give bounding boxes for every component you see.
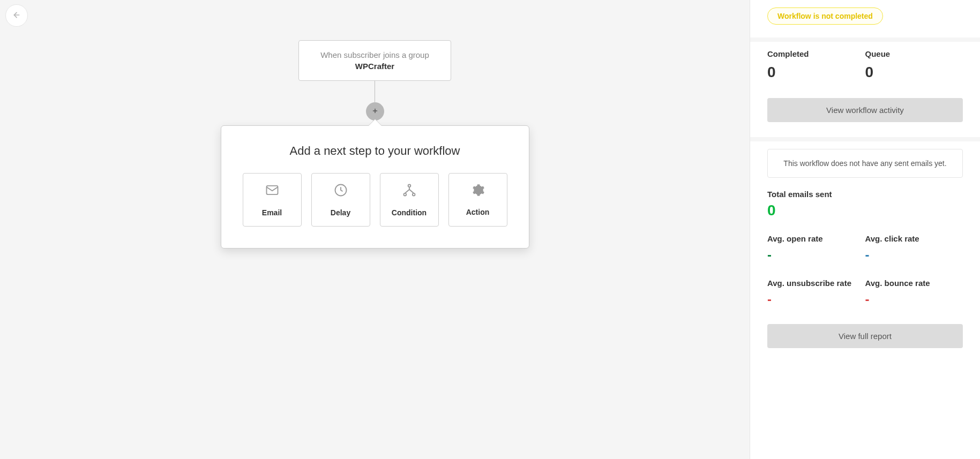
sidebar-emails-section: This workflow does not have any sent ema… [750,141,980,363]
total-sent-value: 0 [767,202,963,219]
stat-completed-label: Completed [767,49,865,58]
sidebar-status-section: Workflow is not completed [750,0,980,42]
trigger-title: When subscriber joins a group [320,50,429,59]
email-icon [265,183,280,200]
sidebar-stats-section: Completed 0 Queue 0 View workflow activi… [750,42,980,141]
step-option-label: Action [466,208,490,216]
rate-unsub-label: Avg. unsubscribe rate [767,279,865,288]
rate-click-label: Avg. click rate [865,234,963,243]
stat-queue-label: Queue [865,49,963,58]
svg-point-7 [412,193,415,196]
rate-bounce-value: - [865,292,963,307]
no-emails-info: This workflow does not have any sent ema… [767,149,963,178]
stat-queue-value: 0 [865,64,963,81]
svg-point-5 [408,185,410,187]
step-option-label: Email [262,208,282,217]
step-option-action[interactable]: Action [448,173,507,227]
step-option-label: Condition [392,208,427,217]
next-step-popover: Add a next step to your workflow Email D… [221,125,529,249]
connector-line [375,81,375,102]
step-option-condition[interactable]: Condition [380,173,439,227]
view-workflow-activity-button[interactable]: View workflow activity [767,98,963,122]
workflow-container: When subscriber joins a group WPCrafter … [221,40,529,249]
step-option-label: Delay [331,208,350,217]
rate-open-label: Avg. open rate [767,234,865,243]
branch-icon [402,183,417,200]
clock-icon [333,183,348,200]
rate-click-value: - [865,247,963,262]
svg-point-6 [403,193,406,196]
rate-unsubscribe: Avg. unsubscribe rate - [767,279,865,307]
rate-open-value: - [767,247,865,262]
svg-rect-3 [266,186,278,194]
trigger-group: WPCrafter [320,62,429,71]
status-badge: Workflow is not completed [767,7,883,25]
sidebar: Workflow is not completed Completed 0 Qu… [750,0,980,459]
add-step-button[interactable] [366,102,384,121]
rate-grid: Avg. open rate - Avg. click rate - Avg. … [767,234,963,307]
arrow-left-icon [12,11,21,21]
rate-open: Avg. open rate - [767,234,865,262]
stats-row: Completed 0 Queue 0 [767,49,963,81]
stat-queue: Queue 0 [865,49,963,81]
gear-icon [471,183,485,199]
stat-completed: Completed 0 [767,49,865,81]
total-sent-label: Total emails sent [767,190,963,199]
rate-bounce-label: Avg. bounce rate [865,279,963,288]
stat-completed-value: 0 [767,64,865,81]
trigger-card[interactable]: When subscriber joins a group WPCrafter [298,40,451,81]
step-option-delay[interactable]: Delay [311,173,370,227]
step-options: Email Delay Condition [243,173,507,227]
step-option-email[interactable]: Email [243,173,302,227]
back-button[interactable] [5,4,28,27]
workflow-canvas: When subscriber joins a group WPCrafter … [0,0,750,459]
rate-bounce: Avg. bounce rate - [865,279,963,307]
rate-click: Avg. click rate - [865,234,963,262]
view-full-report-button[interactable]: View full report [767,324,963,348]
plus-icon [372,108,378,116]
next-step-title: Add a next step to your workflow [290,144,460,158]
popover-arrow [369,119,381,126]
rate-unsub-value: - [767,292,865,307]
